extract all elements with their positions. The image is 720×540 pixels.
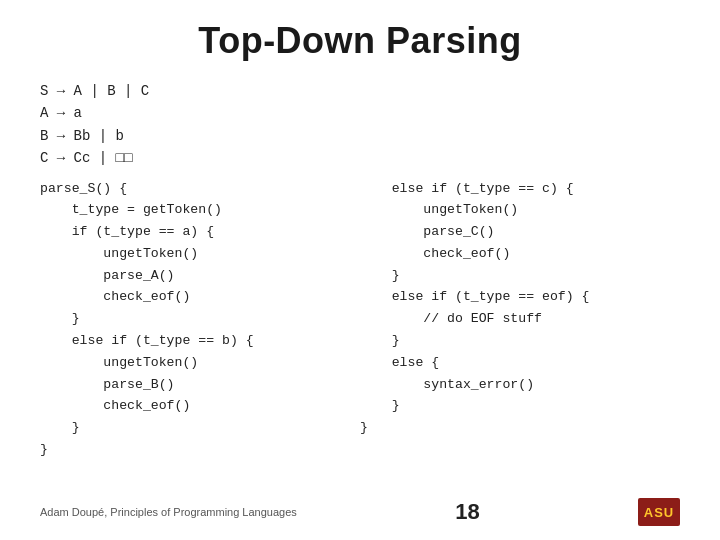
- code-left: parse_S() { t_type = getToken() if (t_ty…: [40, 178, 360, 461]
- page-number: 18: [455, 499, 479, 525]
- grammar-rule-3: B → Bb | b: [40, 125, 680, 147]
- code-right: else if (t_type == c) { ungetToken() par…: [360, 178, 680, 461]
- slide: Top-Down Parsing S → A | B | C A → a B →…: [0, 0, 720, 540]
- code-area: parse_S() { t_type = getToken() if (t_ty…: [40, 178, 680, 461]
- slide-footer: Adam Doupé, Principles of Programming La…: [0, 498, 720, 526]
- grammar-rule-2: A → a: [40, 102, 680, 124]
- grammar-rule-4: C → Cc | □□: [40, 147, 680, 169]
- grammar-rule-1: S → A | B | C: [40, 80, 680, 102]
- footer-attribution: Adam Doupé, Principles of Programming La…: [40, 506, 297, 518]
- asu-logo: ASU: [638, 498, 680, 526]
- grammar-rules: S → A | B | C A → a B → Bb | b C → Cc | …: [40, 80, 680, 170]
- slide-title: Top-Down Parsing: [40, 20, 680, 62]
